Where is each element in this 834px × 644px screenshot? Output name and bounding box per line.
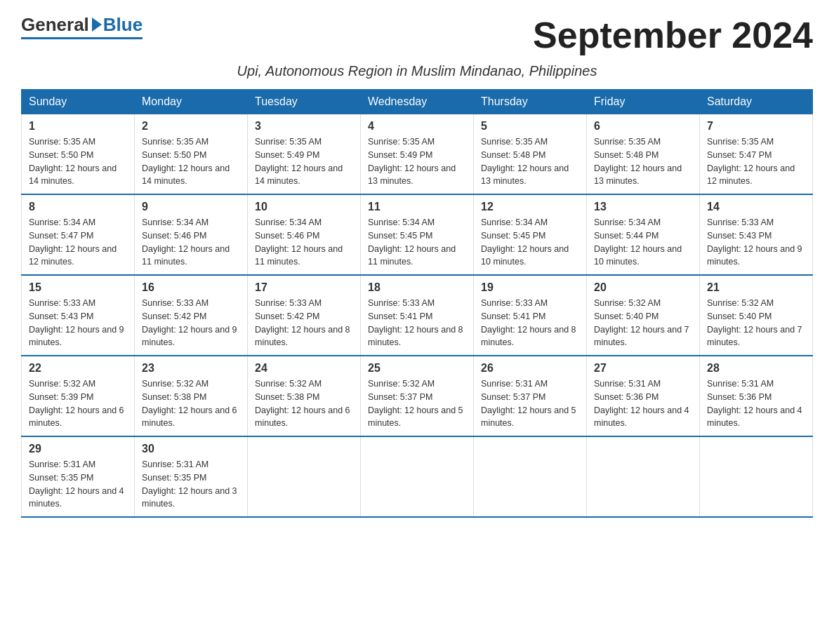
- day-info: Sunrise: 5:31 AMSunset: 5:35 PMDaylight:…: [142, 459, 237, 509]
- calendar-cell: 20 Sunrise: 5:32 AMSunset: 5:40 PMDaylig…: [587, 275, 700, 356]
- day-info: Sunrise: 5:32 AMSunset: 5:40 PMDaylight:…: [707, 298, 802, 347]
- day-info: Sunrise: 5:33 AMSunset: 5:43 PMDaylight:…: [707, 217, 802, 267]
- calendar-cell: 28 Sunrise: 5:31 AMSunset: 5:36 PMDaylig…: [700, 356, 813, 436]
- calendar-cell: 26 Sunrise: 5:31 AMSunset: 5:37 PMDaylig…: [474, 356, 587, 436]
- day-number: 5: [481, 120, 579, 133]
- header: General Blue September 2024: [21, 14, 813, 56]
- day-number: 7: [707, 120, 805, 133]
- day-info: Sunrise: 5:32 AMSunset: 5:38 PMDaylight:…: [255, 379, 350, 428]
- day-number: 3: [255, 120, 353, 133]
- day-info: Sunrise: 5:35 AMSunset: 5:49 PMDaylight:…: [255, 137, 343, 186]
- day-number: 1: [29, 120, 127, 133]
- calendar-cell: 19 Sunrise: 5:33 AMSunset: 5:41 PMDaylig…: [474, 275, 587, 356]
- day-info: Sunrise: 5:31 AMSunset: 5:36 PMDaylight:…: [707, 379, 802, 428]
- calendar-cell: 18 Sunrise: 5:33 AMSunset: 5:41 PMDaylig…: [361, 275, 474, 356]
- day-number: 28: [707, 362, 805, 375]
- logo-blue-text: Blue: [103, 14, 143, 36]
- calendar-cell: 2 Sunrise: 5:35 AMSunset: 5:50 PMDayligh…: [135, 114, 248, 195]
- day-number: 25: [368, 362, 466, 375]
- calendar-cell: 1 Sunrise: 5:35 AMSunset: 5:50 PMDayligh…: [22, 114, 135, 195]
- day-number: 6: [594, 120, 692, 133]
- calendar-cell: 13 Sunrise: 5:34 AMSunset: 5:44 PMDaylig…: [587, 194, 700, 275]
- day-info: Sunrise: 5:32 AMSunset: 5:40 PMDaylight:…: [594, 298, 689, 347]
- day-number: 30: [142, 443, 240, 455]
- day-info: Sunrise: 5:33 AMSunset: 5:42 PMDaylight:…: [142, 298, 237, 347]
- day-info: Sunrise: 5:35 AMSunset: 5:47 PMDaylight:…: [707, 137, 795, 186]
- day-info: Sunrise: 5:35 AMSunset: 5:48 PMDaylight:…: [594, 137, 682, 186]
- calendar-cell: 4 Sunrise: 5:35 AMSunset: 5:49 PMDayligh…: [361, 114, 474, 195]
- calendar-cell: 25 Sunrise: 5:32 AMSunset: 5:37 PMDaylig…: [361, 356, 474, 436]
- calendar-cell: 6 Sunrise: 5:35 AMSunset: 5:48 PMDayligh…: [587, 114, 700, 195]
- day-number: 26: [481, 362, 579, 375]
- day-number: 4: [368, 120, 466, 133]
- calendar-cell: 16 Sunrise: 5:33 AMSunset: 5:42 PMDaylig…: [135, 275, 248, 356]
- day-header-wednesday: Wednesday: [361, 90, 474, 114]
- calendar-cell: 30 Sunrise: 5:31 AMSunset: 5:35 PMDaylig…: [135, 436, 248, 517]
- day-header-friday: Friday: [587, 90, 700, 114]
- day-info: Sunrise: 5:32 AMSunset: 5:37 PMDaylight:…: [368, 379, 463, 428]
- day-info: Sunrise: 5:33 AMSunset: 5:43 PMDaylight:…: [29, 298, 124, 347]
- day-info: Sunrise: 5:34 AMSunset: 5:46 PMDaylight:…: [255, 217, 343, 267]
- calendar-cell: [700, 436, 813, 517]
- day-info: Sunrise: 5:31 AMSunset: 5:36 PMDaylight:…: [594, 379, 689, 428]
- day-number: 14: [707, 201, 805, 213]
- day-number: 16: [142, 281, 240, 294]
- day-number: 22: [29, 362, 127, 375]
- day-number: 8: [29, 201, 127, 213]
- calendar-cell: 14 Sunrise: 5:33 AMSunset: 5:43 PMDaylig…: [700, 194, 813, 275]
- calendar-cell: 7 Sunrise: 5:35 AMSunset: 5:47 PMDayligh…: [700, 114, 813, 195]
- day-number: 2: [142, 120, 240, 133]
- day-number: 19: [481, 281, 579, 294]
- location-title: Upi, Autonomous Region in Muslim Mindana…: [21, 63, 813, 79]
- calendar-cell: 17 Sunrise: 5:33 AMSunset: 5:42 PMDaylig…: [248, 275, 361, 356]
- day-info: Sunrise: 5:35 AMSunset: 5:49 PMDaylight:…: [368, 137, 456, 186]
- day-info: Sunrise: 5:33 AMSunset: 5:41 PMDaylight:…: [481, 298, 576, 347]
- calendar-cell: 3 Sunrise: 5:35 AMSunset: 5:49 PMDayligh…: [248, 114, 361, 195]
- calendar-cell: [248, 436, 361, 517]
- day-header-sunday: Sunday: [22, 90, 135, 114]
- calendar-table: SundayMondayTuesdayWednesdayThursdayFrid…: [21, 89, 813, 518]
- day-info: Sunrise: 5:35 AMSunset: 5:50 PMDaylight:…: [142, 137, 230, 186]
- day-info: Sunrise: 5:34 AMSunset: 5:46 PMDaylight:…: [142, 217, 230, 267]
- day-number: 11: [368, 201, 466, 213]
- day-number: 15: [29, 281, 127, 294]
- day-info: Sunrise: 5:34 AMSunset: 5:47 PMDaylight:…: [29, 217, 117, 267]
- day-header-tuesday: Tuesday: [248, 90, 361, 114]
- day-number: 24: [255, 362, 353, 375]
- week-row-3: 15 Sunrise: 5:33 AMSunset: 5:43 PMDaylig…: [22, 275, 813, 356]
- calendar-cell: 29 Sunrise: 5:31 AMSunset: 5:35 PMDaylig…: [22, 436, 135, 517]
- calendar-cell: 5 Sunrise: 5:35 AMSunset: 5:48 PMDayligh…: [474, 114, 587, 195]
- day-number: 12: [481, 201, 579, 213]
- day-number: 17: [255, 281, 353, 294]
- day-info: Sunrise: 5:31 AMSunset: 5:37 PMDaylight:…: [481, 379, 576, 428]
- calendar-body: 1 Sunrise: 5:35 AMSunset: 5:50 PMDayligh…: [22, 114, 813, 518]
- logo: General Blue: [21, 14, 143, 39]
- day-info: Sunrise: 5:35 AMSunset: 5:48 PMDaylight:…: [481, 137, 569, 186]
- day-info: Sunrise: 5:31 AMSunset: 5:35 PMDaylight:…: [29, 459, 124, 509]
- day-info: Sunrise: 5:33 AMSunset: 5:42 PMDaylight:…: [255, 298, 350, 347]
- day-header-monday: Monday: [135, 90, 248, 114]
- logo-underline: [21, 37, 143, 39]
- week-row-2: 8 Sunrise: 5:34 AMSunset: 5:47 PMDayligh…: [22, 194, 813, 275]
- calendar-cell: 22 Sunrise: 5:32 AMSunset: 5:39 PMDaylig…: [22, 356, 135, 436]
- week-row-1: 1 Sunrise: 5:35 AMSunset: 5:50 PMDayligh…: [22, 114, 813, 195]
- calendar-cell: 15 Sunrise: 5:33 AMSunset: 5:43 PMDaylig…: [22, 275, 135, 356]
- day-number: 29: [29, 443, 127, 455]
- calendar-cell: [361, 436, 474, 517]
- calendar-cell: 27 Sunrise: 5:31 AMSunset: 5:36 PMDaylig…: [587, 356, 700, 436]
- month-title: September 2024: [533, 14, 813, 56]
- day-number: 18: [368, 281, 466, 294]
- day-header-saturday: Saturday: [700, 90, 813, 114]
- day-info: Sunrise: 5:32 AMSunset: 5:38 PMDaylight:…: [142, 379, 237, 428]
- day-info: Sunrise: 5:32 AMSunset: 5:39 PMDaylight:…: [29, 379, 124, 428]
- calendar-cell: 9 Sunrise: 5:34 AMSunset: 5:46 PMDayligh…: [135, 194, 248, 275]
- day-header-thursday: Thursday: [474, 90, 587, 114]
- day-number: 23: [142, 362, 240, 375]
- day-number: 10: [255, 201, 353, 213]
- calendar-cell: 12 Sunrise: 5:34 AMSunset: 5:45 PMDaylig…: [474, 194, 587, 275]
- logo-general-text: General: [21, 14, 89, 36]
- day-number: 13: [594, 201, 692, 213]
- week-row-5: 29 Sunrise: 5:31 AMSunset: 5:35 PMDaylig…: [22, 436, 813, 517]
- day-info: Sunrise: 5:34 AMSunset: 5:44 PMDaylight:…: [594, 217, 682, 267]
- calendar-cell: 11 Sunrise: 5:34 AMSunset: 5:45 PMDaylig…: [361, 194, 474, 275]
